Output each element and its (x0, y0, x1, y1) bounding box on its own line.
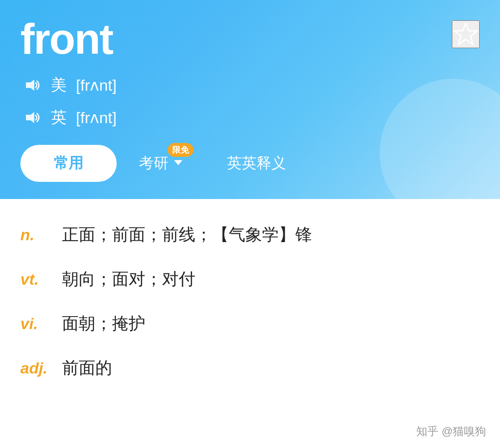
tab-exam[interactable]: 考研 限免 (117, 145, 205, 182)
uk-label: 英 (51, 107, 67, 128)
svg-marker-2 (26, 112, 34, 123)
pos-adj: adj. (20, 359, 54, 377)
us-speaker-icon (22, 76, 40, 94)
uk-speaker-icon (22, 109, 40, 126)
word-title: front (20, 17, 112, 62)
exam-badge: 限免 (168, 143, 194, 157)
def-vi: 面朝；掩护 (62, 311, 145, 336)
pos-vi: vi. (20, 315, 54, 333)
uk-speaker-button[interactable] (20, 107, 42, 128)
pos-vt: vt. (20, 270, 54, 288)
tab-common[interactable]: 常用 (20, 145, 117, 182)
svg-marker-1 (26, 80, 34, 91)
tabs-row: 常用 考研 限免 英英释义 (20, 145, 480, 182)
header-section: front 美 [frʌnt] 英 [frʌnt] (0, 0, 500, 199)
definition-row-n: n. 正面；前面；前线；【气象学】锋 (20, 222, 480, 247)
pos-n: n. (20, 226, 54, 244)
uk-ipa: [frʌnt] (76, 108, 117, 127)
tab-english[interactable]: 英英释义 (205, 145, 308, 182)
def-n: 正面；前面；前线；【气象学】锋 (62, 222, 312, 247)
tab-exam-label: 考研 (139, 153, 169, 174)
definitions-section: n. 正面；前面；前线；【气象学】锋 vt. 朝向；面对；对付 vi. 面朝；掩… (0, 199, 500, 418)
us-label: 美 (51, 75, 67, 96)
word-row: front (20, 17, 480, 62)
us-ipa: [frʌnt] (76, 76, 117, 94)
definition-row-vt: vt. 朝向；面对；对付 (20, 267, 480, 292)
star-icon (453, 21, 479, 47)
tab-english-label: 英英释义 (227, 153, 286, 174)
watermark: 知乎 @猫嗅狗 (416, 424, 486, 439)
svg-marker-0 (454, 23, 477, 45)
bookmark-button[interactable] (452, 20, 480, 48)
definition-row-adj: adj. 前面的 (20, 355, 480, 380)
uk-pronunciation-row: 英 [frʌnt] (20, 107, 480, 128)
definition-row-vi: vi. 面朝；掩护 (20, 311, 480, 336)
us-pronunciation-row: 美 [frʌnt] (20, 75, 480, 96)
chevron-down-icon (174, 160, 182, 165)
def-adj: 前面的 (62, 355, 112, 380)
def-vt: 朝向；面对；对付 (62, 267, 195, 292)
us-speaker-button[interactable] (20, 75, 42, 96)
